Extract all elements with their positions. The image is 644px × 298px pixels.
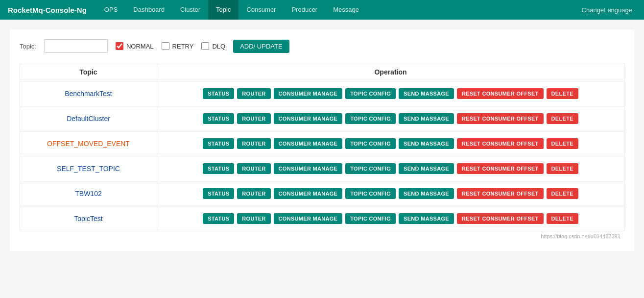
dlq-checkbox-group: DLQ (201, 42, 225, 50)
delete-button[interactable]: DELETE (547, 113, 578, 124)
op-buttons: STATUSROUTERCONSUMER MANAGETOPIC CONFIGS… (163, 163, 618, 174)
send-massage-button[interactable]: SEND MASSAGE (399, 188, 454, 199)
nav-cluster[interactable]: Cluster (172, 0, 208, 20)
operations-cell: STATUSROUTERCONSUMER MANAGETOPIC CONFIGS… (157, 156, 624, 181)
status-button[interactable]: STATUS (203, 138, 234, 149)
topic-cell: SELF_TEST_TOPIC (20, 156, 157, 181)
retry-checkbox[interactable] (162, 42, 169, 50)
consumer-manage-button[interactable]: CONSUMER MANAGE (274, 113, 343, 124)
status-button[interactable]: STATUS (203, 163, 234, 174)
nav-ops[interactable]: OPS (96, 0, 125, 20)
normal-checkbox[interactable] (116, 42, 123, 50)
topic-config-button[interactable]: TOPIC CONFIG (345, 138, 396, 149)
op-buttons: STATUSROUTERCONSUMER MANAGETOPIC CONFIGS… (163, 213, 618, 224)
table-row: SELF_TEST_TOPICSTATUSROUTERCONSUMER MANA… (20, 156, 624, 181)
router-button[interactable]: ROUTER (237, 113, 270, 124)
nav-producer[interactable]: Producer (284, 0, 325, 20)
normal-label[interactable]: NORMAL (126, 43, 154, 50)
consumer-manage-button[interactable]: CONSUMER MANAGE (274, 138, 343, 149)
operations-cell: STATUSROUTERCONSUMER MANAGETOPIC CONFIGS… (157, 206, 624, 231)
topic-cell: OFFSET_MOVED_EVENT (20, 131, 157, 156)
topic-name: TBW102 (75, 190, 101, 198)
app-brand[interactable]: RocketMq-Console-Ng (8, 6, 87, 14)
topic-name: TopicTest (74, 215, 102, 223)
op-buttons: STATUSROUTERCONSUMER MANAGETOPIC CONFIGS… (163, 188, 618, 199)
delete-button[interactable]: DELETE (547, 138, 578, 149)
normal-checkbox-group: NORMAL (116, 42, 154, 50)
reset-consumer-offset-button[interactable]: RESET CONSUMER OFFSET (457, 113, 544, 124)
topic-config-button[interactable]: TOPIC CONFIG (345, 188, 396, 199)
watermark: https://blog.csdn.net/u014427391 (20, 231, 624, 241)
status-button[interactable]: STATUS (203, 188, 234, 199)
op-buttons: STATUSROUTERCONSUMER MANAGETOPIC CONFIGS… (163, 113, 618, 124)
topic-config-button[interactable]: TOPIC CONFIG (345, 163, 396, 174)
topic-input[interactable] (44, 39, 108, 53)
topic-label: Topic: (20, 43, 36, 50)
operations-cell: STATUSROUTERCONSUMER MANAGETOPIC CONFIGS… (157, 106, 624, 131)
topic-cell: TopicTest (20, 206, 157, 231)
router-button[interactable]: ROUTER (237, 213, 270, 224)
reset-consumer-offset-button[interactable]: RESET CONSUMER OFFSET (457, 213, 544, 224)
retry-checkbox-group: RETRY (162, 42, 194, 50)
send-massage-button[interactable]: SEND MASSAGE (399, 113, 454, 124)
op-buttons: STATUSROUTERCONSUMER MANAGETOPIC CONFIGS… (163, 138, 618, 149)
nav-consumer[interactable]: Consumer (239, 0, 284, 20)
change-language[interactable]: ChangeLanguage (578, 6, 636, 14)
router-button[interactable]: ROUTER (237, 138, 270, 149)
router-button[interactable]: ROUTER (237, 163, 270, 174)
topic-cell: BenchmarkTest (20, 81, 157, 106)
delete-button[interactable]: DELETE (547, 163, 578, 174)
router-button[interactable]: ROUTER (237, 88, 270, 99)
operations-cell: STATUSROUTERCONSUMER MANAGETOPIC CONFIGS… (157, 131, 624, 156)
delete-button[interactable]: DELETE (547, 188, 578, 199)
topics-table: Topic Operation BenchmarkTestSTATUSROUTE… (20, 63, 624, 231)
col-operation-header: Operation (157, 63, 624, 81)
dlq-label[interactable]: DLQ (212, 43, 225, 50)
table-row: BenchmarkTestSTATUSROUTERCONSUMER MANAGE… (20, 81, 624, 106)
table-row: TopicTestSTATUSROUTERCONSUMER MANAGETOPI… (20, 206, 624, 231)
topic-config-button[interactable]: TOPIC CONFIG (345, 113, 396, 124)
topic-cell: TBW102 (20, 181, 157, 206)
reset-consumer-offset-button[interactable]: RESET CONSUMER OFFSET (457, 163, 544, 174)
reset-consumer-offset-button[interactable]: RESET CONSUMER OFFSET (457, 138, 544, 149)
status-button[interactable]: STATUS (203, 113, 234, 124)
col-topic-header: Topic (20, 63, 157, 81)
table-row: OFFSET_MOVED_EVENTSTATUSROUTERCONSUMER M… (20, 131, 624, 156)
router-button[interactable]: ROUTER (237, 188, 270, 199)
reset-consumer-offset-button[interactable]: RESET CONSUMER OFFSET (457, 188, 544, 199)
topic-config-button[interactable]: TOPIC CONFIG (345, 88, 396, 99)
consumer-manage-button[interactable]: CONSUMER MANAGE (274, 188, 343, 199)
navbar: RocketMq-Console-Ng OPS Dashboard Cluste… (0, 0, 644, 20)
consumer-manage-button[interactable]: CONSUMER MANAGE (274, 163, 343, 174)
filter-row: Topic: NORMAL RETRY DLQ ADD/ UPDATE (20, 39, 624, 53)
send-massage-button[interactable]: SEND MASSAGE (399, 138, 454, 149)
delete-button[interactable]: DELETE (547, 213, 578, 224)
operations-cell: STATUSROUTERCONSUMER MANAGETOPIC CONFIGS… (157, 81, 624, 106)
topic-cell: DefaultCluster (20, 106, 157, 131)
retry-label[interactable]: RETRY (172, 43, 194, 50)
main-content: Topic: NORMAL RETRY DLQ ADD/ UPDATE Topi… (10, 29, 634, 251)
nav-dashboard[interactable]: Dashboard (125, 0, 172, 20)
consumer-manage-button[interactable]: CONSUMER MANAGE (274, 213, 343, 224)
topic-name: SELF_TEST_TOPIC (57, 165, 120, 173)
topic-name: BenchmarkTest (65, 90, 112, 98)
send-massage-button[interactable]: SEND MASSAGE (399, 163, 454, 174)
topic-name: OFFSET_MOVED_EVENT (47, 140, 130, 148)
send-massage-button[interactable]: SEND MASSAGE (399, 88, 454, 99)
status-button[interactable]: STATUS (203, 213, 234, 224)
send-massage-button[interactable]: SEND MASSAGE (399, 213, 454, 224)
topic-config-button[interactable]: TOPIC CONFIG (345, 213, 396, 224)
operations-cell: STATUSROUTERCONSUMER MANAGETOPIC CONFIGS… (157, 181, 624, 206)
add-update-button[interactable]: ADD/ UPDATE (233, 40, 289, 53)
nav-message[interactable]: Message (325, 0, 367, 20)
dlq-checkbox[interactable] (201, 42, 209, 50)
delete-button[interactable]: DELETE (547, 88, 578, 99)
nav-topic[interactable]: Topic (208, 0, 239, 20)
table-row: TBW102STATUSROUTERCONSUMER MANAGETOPIC C… (20, 181, 624, 206)
op-buttons: STATUSROUTERCONSUMER MANAGETOPIC CONFIGS… (163, 88, 618, 99)
reset-consumer-offset-button[interactable]: RESET CONSUMER OFFSET (457, 88, 544, 99)
status-button[interactable]: STATUS (203, 88, 234, 99)
consumer-manage-button[interactable]: CONSUMER MANAGE (274, 88, 343, 99)
topic-name: DefaultCluster (67, 115, 110, 123)
table-row: DefaultClusterSTATUSROUTERCONSUMER MANAG… (20, 106, 624, 131)
